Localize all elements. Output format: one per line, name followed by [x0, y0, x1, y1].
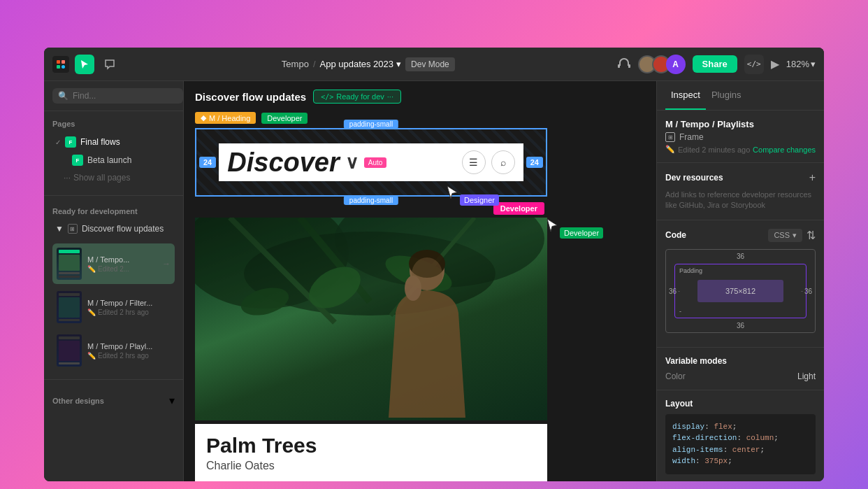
layout-section: Layout display: flex; flex-direction: co… [657, 390, 824, 481]
code-controls: CSS ▾ ⇅ [768, 229, 816, 242]
edited-time: Edited 2 minutes ago [678, 146, 750, 154]
code-sort-button[interactable]: ⇅ [806, 229, 816, 242]
show-all-dots: ··· [64, 173, 71, 183]
code-section: Code CSS ▾ ⇅ 36 36 [657, 220, 824, 348]
ready-section: Ready for development ▼ ⊞ Discover flow … [44, 201, 183, 243]
add-resource-button[interactable]: + [809, 171, 816, 184]
code-prop-3: align-items [672, 446, 723, 454]
code-header: Code CSS ▾ ⇅ [665, 229, 816, 242]
search-input[interactable] [73, 91, 178, 101]
compare-changes-link[interactable]: Compare changes [753, 146, 816, 154]
frame-thumb-0 [57, 248, 82, 280]
cursor-designer-icon [446, 185, 458, 200]
headphone-icon[interactable] [617, 57, 631, 72]
frame-name-1: M / Tempo / Filter... [87, 299, 171, 307]
edited-icon-2: ✏️ [87, 352, 96, 360]
page-item-final-flows[interactable]: ✓ F Final flows [52, 134, 175, 150]
frame-info-2: M / Tempo / Playl... ✏️ Edited 2 hrs ago [87, 342, 171, 360]
page-item-beta-launch[interactable]: F Beta launch [69, 152, 175, 169]
padding-label-top: padding-small [344, 120, 398, 129]
auto-badge: Auto [364, 157, 387, 168]
ready-badge-icon: </> [321, 93, 333, 101]
page-icon-final-flows: F [65, 136, 76, 148]
breadcrumb[interactable]: Tempo / App updates 2023 ▾ [282, 59, 401, 69]
svg-rect-1 [62, 60, 65, 64]
flow-item[interactable]: ▼ ⊞ Discover flow updates [52, 221, 175, 236]
component-info-section: M / Tempo / Playlists ⊞ Frame ✏️ Edited … [657, 111, 824, 163]
avatar-group: A [638, 55, 686, 74]
share-button[interactable]: Share [693, 55, 737, 73]
page-label-final-flows: Final flows [80, 137, 120, 147]
svg-rect-2 [57, 65, 60, 69]
search-wrapper[interactable]: 🔍 [52, 88, 183, 104]
other-designs-chevron: ▾ [169, 394, 175, 407]
code-colon-4: : [695, 457, 704, 465]
comment-tool-button[interactable] [100, 55, 120, 74]
edited-icon: ✏️ [87, 265, 96, 273]
frame-icon: ⊞ [665, 132, 675, 142]
css-chevron: ▾ [793, 231, 797, 240]
padding-small-top: padding-small [344, 120, 398, 129]
zoom-level: 182% [786, 59, 809, 69]
photo-area [195, 218, 547, 420]
ready-badge[interactable]: </> Ready for dev ··· [313, 90, 401, 104]
frame-name-0: M / Tempo... [87, 255, 157, 264]
frame-card-1[interactable]: M / Tempo / Filter... ✏️ Edited 2 hrs ag… [52, 287, 175, 327]
padding-label-bottom: padding-small [344, 196, 398, 205]
component-type-label: Frame [679, 132, 704, 142]
frame-card-0[interactable]: M / Tempo... ✏️ Edited 2... → [52, 243, 175, 284]
avatar-3: A [666, 55, 686, 74]
code-button[interactable]: </> [744, 55, 764, 74]
show-all-pages[interactable]: ··· Show all pages [61, 170, 175, 185]
palm-title: Palm Trees [206, 434, 536, 457]
box-bottom-dash: - [679, 308, 681, 315]
left-num: 24 [199, 157, 216, 168]
tab-plugins[interactable]: Plugins [706, 81, 747, 110]
box-left-value: 36 [669, 287, 677, 295]
frame-info-1: M / Tempo / Filter... ✏️ Edited 2 hrs ag… [87, 299, 171, 316]
edited-icon: ✏️ [665, 145, 675, 154]
toolbar: Tempo / App updates 2023 ▾ Dev Mode [44, 48, 824, 81]
page-label-beta-launch: Beta launch [87, 155, 131, 165]
page-title-bar: Discover flow updates </> Ready for dev … [195, 90, 401, 104]
discover-text: Discover [227, 149, 340, 176]
cursor-developer: Developer [546, 218, 603, 239]
frame-card-2[interactable]: M / Tempo / Playl... ✏️ Edited 2 hrs ago [52, 330, 175, 371]
cursor-developer-icon [546, 218, 558, 233]
flow-item-icon: ⊞ [68, 224, 78, 234]
box-model-outer: 36 36 Padding - - - [665, 249, 816, 333]
zoom-control[interactable]: 182% ▾ [786, 59, 816, 69]
frame-icon-symbol: ⊞ [668, 134, 673, 141]
person-svg [357, 250, 497, 418]
palm-subtitle: Charlie Oates [206, 460, 536, 472]
person-silhouette [357, 250, 497, 420]
other-designs-header[interactable]: Other designs ▾ [52, 394, 175, 407]
box-model-inner: Padding - - - 375×812 [674, 264, 806, 318]
pages-title: Pages [52, 120, 175, 128]
css-dropdown[interactable]: CSS ▾ [768, 229, 802, 242]
page-check-icon: ✓ [55, 139, 61, 146]
move-tool-button[interactable] [75, 55, 94, 74]
menu-icon: ☰ [462, 150, 486, 174]
flow-item-label: Discover flow updates [82, 224, 164, 234]
code-semi-4: ; [728, 457, 732, 465]
frame-name-2: M / Tempo / Playl... [87, 342, 171, 350]
tab-inspect[interactable]: Inspect [665, 81, 706, 110]
designer-cursor-label: Designer [460, 194, 499, 206]
code-val-4: 375px [704, 457, 728, 465]
figma-logo[interactable] [52, 56, 69, 73]
right-num: 24 [526, 157, 543, 168]
color-mode-row: Color Light [665, 371, 816, 381]
frame-thumb-1 [57, 291, 82, 323]
breadcrumb-current[interactable]: App updates 2023 ▾ [320, 59, 402, 69]
play-button[interactable]: ▶ [771, 57, 779, 71]
box-left-dash: - [678, 288, 680, 295]
box-center-value: 375×812 [725, 287, 755, 295]
dev-resources-desc: Add links to reference developer resourc… [665, 190, 816, 211]
breadcrumb-parent: Tempo [282, 59, 309, 69]
other-designs-title: Other designs [52, 397, 104, 405]
code-prop-1: display [672, 423, 704, 431]
canvas-area[interactable]: Discover flow updates </> Ready for dev … [184, 81, 656, 481]
ready-title: Ready for development [52, 207, 175, 215]
dev-mode-badge[interactable]: Dev Mode [405, 57, 455, 71]
